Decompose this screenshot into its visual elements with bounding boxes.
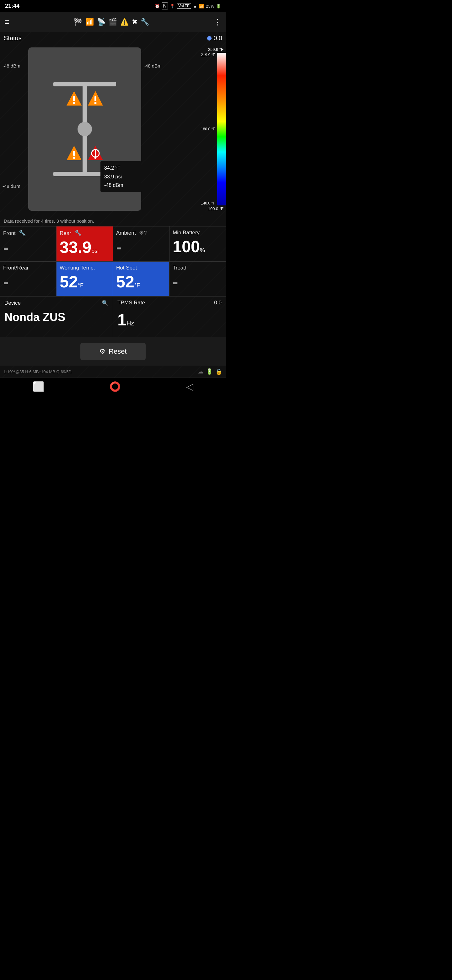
menu-icon[interactable]: ≡ — [5, 17, 9, 27]
left-dbm-bottom: -48 dBm — [3, 183, 26, 189]
race-flag-icon[interactable]: 🏁 — [74, 18, 82, 26]
svg-point-12 — [95, 157, 97, 159]
status-icons: ⏰ N 📍 VoLTE ▲ 📶 23% 🔋 — [155, 3, 221, 10]
ambient-sun-icon: ☀? — [139, 230, 147, 236]
stats-grid-row1: Front 🔧 - Rear 🔧 33.9psi Ambient ☀ — [0, 226, 226, 261]
tpms-rate-value-wrap: 1Hz — [117, 310, 222, 329]
stat-hot-spot-label: Hot Spot — [116, 265, 166, 271]
stat-front-rear-value: - — [3, 272, 53, 291]
wifi-signal-icon: 📡 — [97, 18, 105, 26]
location-icon: 📍 — [170, 4, 175, 8]
battery-icon: 🔋 — [216, 4, 221, 8]
reset-button[interactable]: ⚙ Reset — [80, 343, 145, 360]
reset-icon: ⚙ — [99, 347, 105, 356]
tpms-rate-cell: TPMS Rate 0.0 1Hz — [113, 296, 226, 337]
stats-grid-row2: Front/Rear - Working Temp. 52°F Hot Spot… — [0, 261, 226, 296]
status-time: 21:44 — [5, 3, 19, 10]
nav-back-icon[interactable]: ◁ — [186, 381, 193, 392]
stat-front-value: - — [3, 238, 53, 257]
right-panel: 259.9 °F 219.9 °F 180.0 °F 140.0 °F 100.… — [141, 44, 226, 214]
stat-tread-label: Tread — [173, 265, 223, 271]
reset-label: Reset — [109, 347, 127, 356]
device-name: Nonda ZUS — [5, 311, 108, 324]
stat-ambient: Ambient ☀? - — [113, 226, 170, 261]
alarm-icon: ⏰ — [155, 4, 160, 8]
svg-point-2 — [73, 102, 75, 104]
stat-rear: Rear 🔧 33.9psi — [57, 226, 113, 261]
stat-rear-value: 33.9psi — [60, 238, 109, 257]
device-row: Device 🔍 Nonda ZUS TPMS Rate 0.0 1Hz — [0, 296, 226, 337]
status-right: 0.0 — [207, 35, 222, 42]
left-dbm-top: -48 dBm — [3, 63, 26, 68]
car-center-circle — [78, 122, 92, 136]
tire-front-left[interactable] — [63, 88, 86, 109]
stat-ambient-value: - — [116, 237, 166, 256]
device-search-icon[interactable]: 🔍 — [102, 300, 108, 306]
stat-working-temp-value: 52°F — [60, 272, 109, 291]
stat-front-rear: Front/Rear - — [0, 262, 57, 296]
volte-icon: VoLTE — [177, 3, 191, 9]
svg-rect-7 — [73, 151, 75, 156]
wrench-icon[interactable]: 🔧 — [141, 18, 149, 26]
tire-rear-right[interactable] — [84, 143, 107, 164]
popup-pressure: 33.9 psi — [104, 172, 138, 181]
nav-home-icon[interactable]: ⭕ — [109, 381, 121, 392]
nav-recents-icon[interactable]: ⬜ — [33, 381, 44, 392]
stat-min-battery: Min Battery 100% — [170, 226, 226, 261]
debug-lock-icon: 🔒 — [215, 368, 222, 375]
temp-mid1: 219.9 °F — [201, 53, 215, 57]
cancel-icon[interactable]: ✖ — [132, 18, 138, 26]
debug-cloud-icon: ☁ — [198, 368, 203, 375]
svg-rect-4 — [95, 96, 96, 101]
status-row: Status 0.0 — [0, 32, 226, 44]
stat-hot-spot: Hot Spot 52°F — [113, 262, 170, 296]
stat-working-temp-label: Working Temp. — [60, 265, 109, 271]
tire-front-right[interactable] — [84, 88, 107, 109]
stat-min-battery-label: Min Battery — [173, 230, 223, 236]
diagram-area: -48 dBm -48 dBm — [0, 44, 226, 216]
stat-front-label: Front 🔧 — [3, 230, 53, 237]
stat-ambient-label: Ambient ☀? — [116, 230, 166, 236]
more-options-icon[interactable]: ⋮ — [213, 17, 222, 27]
rear-wrench-icon[interactable]: 🔧 — [75, 230, 82, 236]
top-bar-action-icons: 🏁 📶 📡 🎬 ⚠️ ✖ 🔧 — [13, 18, 210, 26]
temp-mid3: 140.0 °F — [201, 201, 215, 205]
data-message: Data received for 4 tires, 3 without pos… — [0, 216, 226, 226]
temp-mid2: 180.0 °F — [201, 127, 215, 131]
stat-working-temp: Working Temp. 52°F — [57, 262, 113, 296]
right-dbm-top: -48 dBm — [144, 63, 162, 68]
stat-rear-label: Rear 🔧 — [60, 230, 109, 237]
battery-label: 23% — [206, 4, 214, 8]
stat-tread-value: - — [173, 272, 223, 291]
popup-temp: 84.2 °F — [104, 164, 138, 172]
status-value: 0.0 — [213, 35, 222, 42]
left-dbm-labels: -48 dBm -48 dBm — [0, 44, 28, 214]
debug-row: L:10%@35 H:6 MB+104 MB Q:69/5/1 ☁ 🔋 🔒 — [0, 366, 226, 377]
car-diagram: 84.2 °F 33.9 psi -48 dBm — [28, 48, 141, 211]
stat-hot-spot-value: 52°F — [116, 272, 166, 291]
signal-bars-icon: 📶 — [86, 18, 94, 26]
device-label: Device 🔍 — [5, 300, 108, 306]
wifi-icon: ▲ — [193, 4, 197, 8]
tire-data-popup: 84.2 °F 33.9 psi -48 dBm — [100, 161, 141, 192]
front-wrench-icon[interactable]: 🔧 — [19, 230, 26, 236]
device-cell: Device 🔍 Nonda ZUS — [0, 296, 113, 337]
nfc-icon: N — [162, 3, 168, 10]
temp-min: 100.0 °F — [208, 207, 226, 211]
top-bar: ≡ 🏁 📶 📡 🎬 ⚠️ ✖ 🔧 ⋮ — [0, 12, 226, 32]
debug-battery-icon: 🔋 — [206, 368, 213, 375]
status-dot — [207, 36, 212, 41]
stat-tread: Tread - — [170, 262, 226, 296]
stat-front-rear-label: Front/Rear — [3, 265, 53, 271]
reset-row: ⚙ Reset — [0, 337, 226, 366]
svg-point-5 — [95, 102, 97, 104]
status-label: Status — [4, 35, 22, 42]
tire-rear-left[interactable] — [63, 143, 86, 164]
warning-icon[interactable]: ⚠️ — [120, 18, 129, 26]
debug-text: L:10%@35 H:6 MB+104 MB Q:69/5/1 — [4, 369, 72, 374]
main-content: Status 0.0 -48 dBm -48 dBm — [0, 32, 226, 377]
stat-front: Front 🔧 - — [0, 226, 57, 261]
camera-icon[interactable]: 🎬 — [109, 18, 117, 26]
tpms-rate-label: TPMS Rate 0.0 — [117, 300, 222, 306]
status-bar: 21:44 ⏰ N 📍 VoLTE ▲ 📶 23% 🔋 — [0, 0, 226, 12]
